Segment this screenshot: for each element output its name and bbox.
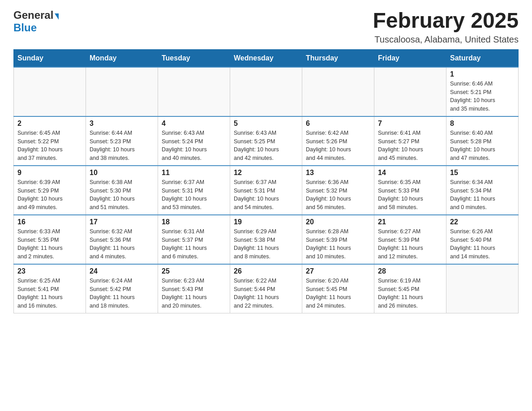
calendar-week-row: 2Sunrise: 6:45 AMSunset: 5:22 PMDaylight… <box>14 116 519 166</box>
calendar-header-wednesday: Wednesday <box>230 49 302 67</box>
day-number: 7 <box>378 120 442 128</box>
day-info: Sunrise: 6:46 AMSunset: 5:21 PMDaylight:… <box>450 80 515 113</box>
calendar-header-row: SundayMondayTuesdayWednesdayThursdayFrid… <box>14 49 519 67</box>
calendar-header-thursday: Thursday <box>302 49 374 67</box>
logo: General Blue <box>13 9 59 34</box>
day-number: 13 <box>306 169 370 177</box>
day-number: 27 <box>306 267 370 275</box>
day-number: 28 <box>378 267 442 275</box>
day-number: 25 <box>162 267 226 275</box>
calendar-cell: 24Sunrise: 6:24 AMSunset: 5:42 PMDayligh… <box>86 264 158 313</box>
day-info: Sunrise: 6:31 AMSunset: 5:37 PMDaylight:… <box>162 227 226 261</box>
calendar-cell: 12Sunrise: 6:37 AMSunset: 5:31 PMDayligh… <box>230 166 302 215</box>
day-number: 5 <box>234 120 298 128</box>
calendar-cell <box>446 264 519 313</box>
day-info: Sunrise: 6:36 AMSunset: 5:32 PMDaylight:… <box>306 178 370 212</box>
day-info: Sunrise: 6:45 AMSunset: 5:22 PMDaylight:… <box>17 129 82 163</box>
day-info: Sunrise: 6:22 AMSunset: 5:44 PMDaylight:… <box>234 277 298 310</box>
calendar-cell: 22Sunrise: 6:26 AMSunset: 5:40 PMDayligh… <box>446 215 519 264</box>
logo-arrow-icon <box>55 13 59 20</box>
day-info: Sunrise: 6:32 AMSunset: 5:36 PMDaylight:… <box>90 227 154 261</box>
day-info: Sunrise: 6:38 AMSunset: 5:30 PMDaylight:… <box>90 178 154 212</box>
day-info: Sunrise: 6:26 AMSunset: 5:40 PMDaylight:… <box>450 227 515 261</box>
calendar-cell <box>86 67 158 116</box>
calendar-cell: 4Sunrise: 6:43 AMSunset: 5:24 PMDaylight… <box>158 116 230 166</box>
calendar-cell <box>374 67 446 116</box>
day-number: 4 <box>162 120 226 128</box>
day-number: 23 <box>17 267 82 275</box>
day-number: 8 <box>450 120 515 128</box>
calendar-cell: 15Sunrise: 6:34 AMSunset: 5:34 PMDayligh… <box>446 166 519 215</box>
calendar-week-row: 1Sunrise: 6:46 AMSunset: 5:21 PMDaylight… <box>14 67 519 116</box>
day-info: Sunrise: 6:28 AMSunset: 5:39 PMDaylight:… <box>306 227 370 261</box>
day-number: 9 <box>17 169 82 177</box>
calendar-cell <box>302 67 374 116</box>
day-number: 12 <box>234 169 298 177</box>
calendar-cell: 17Sunrise: 6:32 AMSunset: 5:36 PMDayligh… <box>86 215 158 264</box>
day-info: Sunrise: 6:34 AMSunset: 5:34 PMDaylight:… <box>450 178 515 212</box>
day-info: Sunrise: 6:37 AMSunset: 5:31 PMDaylight:… <box>234 178 298 212</box>
day-info: Sunrise: 6:37 AMSunset: 5:31 PMDaylight:… <box>162 178 226 212</box>
calendar-cell: 25Sunrise: 6:23 AMSunset: 5:43 PMDayligh… <box>158 264 230 313</box>
day-number: 17 <box>90 218 154 226</box>
day-info: Sunrise: 6:40 AMSunset: 5:28 PMDaylight:… <box>450 129 515 163</box>
day-info: Sunrise: 6:44 AMSunset: 5:23 PMDaylight:… <box>90 129 154 163</box>
day-number: 2 <box>17 120 82 128</box>
day-number: 1 <box>450 70 515 78</box>
calendar-cell: 9Sunrise: 6:39 AMSunset: 5:29 PMDaylight… <box>14 166 86 215</box>
day-number: 16 <box>17 218 82 226</box>
day-info: Sunrise: 6:23 AMSunset: 5:43 PMDaylight:… <box>162 277 226 310</box>
calendar-cell: 1Sunrise: 6:46 AMSunset: 5:21 PMDaylight… <box>446 67 519 116</box>
day-info: Sunrise: 6:24 AMSunset: 5:42 PMDaylight:… <box>90 277 154 310</box>
calendar-table: SundayMondayTuesdayWednesdayThursdayFrid… <box>13 49 519 313</box>
day-info: Sunrise: 6:29 AMSunset: 5:38 PMDaylight:… <box>234 227 298 261</box>
day-number: 26 <box>234 267 298 275</box>
page-header: General Blue February 2025 Tuscaloosa, A… <box>13 9 519 45</box>
calendar-cell: 10Sunrise: 6:38 AMSunset: 5:30 PMDayligh… <box>86 166 158 215</box>
calendar-week-row: 16Sunrise: 6:33 AMSunset: 5:35 PMDayligh… <box>14 215 519 264</box>
day-number: 24 <box>90 267 154 275</box>
calendar-cell: 2Sunrise: 6:45 AMSunset: 5:22 PMDaylight… <box>14 116 86 166</box>
day-info: Sunrise: 6:20 AMSunset: 5:45 PMDaylight:… <box>306 277 370 310</box>
calendar-cell <box>230 67 302 116</box>
calendar-week-row: 23Sunrise: 6:25 AMSunset: 5:41 PMDayligh… <box>14 264 519 313</box>
calendar-cell <box>14 67 86 116</box>
day-info: Sunrise: 6:43 AMSunset: 5:25 PMDaylight:… <box>234 129 298 163</box>
calendar-cell: 14Sunrise: 6:35 AMSunset: 5:33 PMDayligh… <box>374 166 446 215</box>
calendar-cell: 13Sunrise: 6:36 AMSunset: 5:32 PMDayligh… <box>302 166 374 215</box>
day-number: 22 <box>450 218 515 226</box>
logo-blue-line: Blue <box>13 21 37 34</box>
calendar-cell: 23Sunrise: 6:25 AMSunset: 5:41 PMDayligh… <box>14 264 86 313</box>
calendar-header-tuesday: Tuesday <box>158 49 230 67</box>
location-title: Tuscaloosa, Alabama, United States <box>373 34 519 45</box>
day-info: Sunrise: 6:43 AMSunset: 5:24 PMDaylight:… <box>162 129 226 163</box>
day-number: 18 <box>162 218 226 226</box>
calendar-cell: 19Sunrise: 6:29 AMSunset: 5:38 PMDayligh… <box>230 215 302 264</box>
calendar-cell: 5Sunrise: 6:43 AMSunset: 5:25 PMDaylight… <box>230 116 302 166</box>
calendar-week-row: 9Sunrise: 6:39 AMSunset: 5:29 PMDaylight… <box>14 166 519 215</box>
calendar-cell: 26Sunrise: 6:22 AMSunset: 5:44 PMDayligh… <box>230 264 302 313</box>
calendar-header-sunday: Sunday <box>14 49 86 67</box>
calendar-cell: 8Sunrise: 6:40 AMSunset: 5:28 PMDaylight… <box>446 116 519 166</box>
calendar-cell: 6Sunrise: 6:42 AMSunset: 5:26 PMDaylight… <box>302 116 374 166</box>
calendar-cell: 7Sunrise: 6:41 AMSunset: 5:27 PMDaylight… <box>374 116 446 166</box>
day-number: 21 <box>378 218 442 226</box>
calendar-header-friday: Friday <box>374 49 446 67</box>
day-number: 6 <box>306 120 370 128</box>
calendar-cell: 18Sunrise: 6:31 AMSunset: 5:37 PMDayligh… <box>158 215 230 264</box>
day-number: 10 <box>90 169 154 177</box>
day-number: 11 <box>162 169 226 177</box>
day-info: Sunrise: 6:25 AMSunset: 5:41 PMDaylight:… <box>17 277 82 310</box>
title-section: February 2025 Tuscaloosa, Alabama, Unite… <box>373 9 519 45</box>
day-info: Sunrise: 6:39 AMSunset: 5:29 PMDaylight:… <box>17 178 82 212</box>
day-number: 20 <box>306 218 370 226</box>
calendar-cell <box>158 67 230 116</box>
calendar-header-monday: Monday <box>86 49 158 67</box>
day-info: Sunrise: 6:41 AMSunset: 5:27 PMDaylight:… <box>378 129 442 163</box>
logo-general-text: General <box>13 9 53 21</box>
logo-blue-text: Blue <box>13 21 37 34</box>
calendar-cell: 16Sunrise: 6:33 AMSunset: 5:35 PMDayligh… <box>14 215 86 264</box>
calendar-cell: 21Sunrise: 6:27 AMSunset: 5:39 PMDayligh… <box>374 215 446 264</box>
calendar-cell: 27Sunrise: 6:20 AMSunset: 5:45 PMDayligh… <box>302 264 374 313</box>
day-number: 15 <box>450 169 515 177</box>
